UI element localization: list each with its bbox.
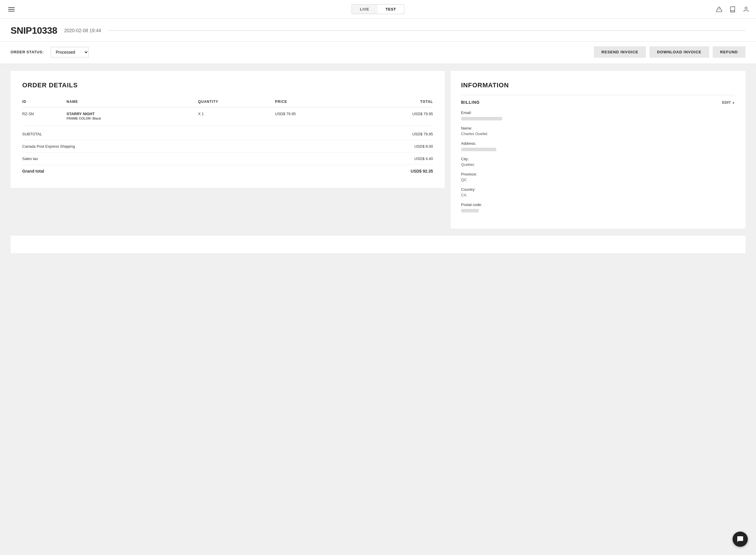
book-icon[interactable] bbox=[728, 5, 737, 13]
city-value: Quebec bbox=[461, 162, 735, 167]
grand-total-label: Grand total bbox=[22, 169, 44, 173]
name-field: Name: Charles Ouellet bbox=[461, 126, 735, 136]
province-label: Province: bbox=[461, 172, 735, 176]
menu-button[interactable] bbox=[6, 5, 17, 14]
table-row: RZ-SN STARRY NIGHT FRAME COLOR: Black X … bbox=[22, 108, 433, 126]
grand-total-row: Grand total USD$ 92.35 bbox=[22, 165, 433, 177]
order-status-label: ORDER STATUS: bbox=[10, 50, 44, 54]
action-buttons: RESEND INVOICE DOWNLOAD INVOICE REFUND bbox=[594, 46, 746, 58]
order-details-panel: ORDER DETAILS ID NAME QUANTITY PRICE TOT… bbox=[10, 71, 445, 188]
svg-point-2 bbox=[745, 7, 747, 9]
item-name-cell: STARRY NIGHT FRAME COLOR: Black bbox=[66, 108, 198, 126]
page-title-bar: SNIP10338 2020-02-08 19:44 bbox=[0, 19, 756, 42]
city-field: City: Quebec bbox=[461, 157, 735, 167]
subtotal-value: USD$ 79.95 bbox=[412, 132, 433, 136]
order-details-title: ORDER DETAILS bbox=[22, 81, 433, 89]
country-field: Country: CA bbox=[461, 187, 735, 197]
information-panel: INFORMATION BILLING EDIT ▲ Email: Name: … bbox=[451, 71, 746, 228]
col-price: PRICE bbox=[275, 97, 354, 108]
order-status-select[interactable]: Processed Pending Cancelled Refunded bbox=[51, 47, 89, 57]
item-id: RZ-SN bbox=[22, 108, 66, 126]
bottom-panel bbox=[10, 236, 746, 253]
tab-test[interactable]: TEST bbox=[377, 5, 404, 14]
item-attr-value: Black bbox=[93, 117, 101, 120]
address-field: Address: bbox=[461, 141, 735, 152]
email-field: Email: bbox=[461, 111, 735, 121]
postal-code-field: Postal code: bbox=[461, 203, 735, 213]
tax-label: Sales tax bbox=[22, 157, 38, 161]
item-attr-label: FRAME COLOR: bbox=[66, 117, 92, 120]
order-table: ID NAME QUANTITY PRICE TOTAL RZ-SN STARR… bbox=[22, 97, 433, 126]
resend-invoice-button[interactable]: RESEND INVOICE bbox=[594, 46, 646, 58]
title-divider bbox=[108, 31, 746, 31]
tax-value: USD$ 4.40 bbox=[414, 157, 433, 161]
country-value: CA bbox=[461, 193, 735, 197]
email-redacted bbox=[461, 117, 502, 120]
grand-total-value: USD$ 92.35 bbox=[411, 169, 433, 173]
information-title: INFORMATION bbox=[461, 81, 735, 89]
item-attribute: FRAME COLOR: Black bbox=[66, 117, 198, 120]
refund-button[interactable]: REFUND bbox=[713, 46, 746, 58]
country-label: Country: bbox=[461, 187, 735, 191]
billing-label: BILLING bbox=[461, 100, 480, 104]
item-quantity: X 1 bbox=[198, 108, 275, 126]
col-id: ID bbox=[22, 97, 66, 108]
tax-row: Sales tax USD$ 4.40 bbox=[22, 153, 433, 165]
shipping-row: Canada Post Express Shipping USD$ 8.00 bbox=[22, 140, 433, 153]
totals-section: SUBTOTAL USD$ 79.95 Canada Post Express … bbox=[22, 128, 433, 177]
province-field: Province: QC bbox=[461, 172, 735, 182]
user-icon[interactable] bbox=[742, 5, 750, 13]
province-value: QC bbox=[461, 178, 735, 182]
col-quantity: QUANTITY bbox=[198, 97, 275, 108]
alert-icon[interactable] bbox=[715, 5, 723, 13]
edit-billing-button[interactable]: EDIT ▲ bbox=[722, 100, 735, 104]
subtotal-row: SUBTOTAL USD$ 79.95 bbox=[22, 128, 433, 140]
item-product-name: STARRY NIGHT bbox=[66, 112, 198, 116]
item-price: USD$ 79.95 bbox=[275, 108, 354, 126]
billing-header: BILLING EDIT ▲ bbox=[461, 100, 735, 104]
postal-code-label: Postal code: bbox=[461, 203, 735, 207]
second-row bbox=[0, 236, 756, 260]
shipping-label: Canada Post Express Shipping bbox=[22, 144, 75, 148]
address-label: Address: bbox=[461, 141, 735, 145]
col-total: TOTAL bbox=[354, 97, 433, 108]
name-label: Name: bbox=[461, 126, 735, 130]
edit-label: EDIT bbox=[722, 100, 731, 104]
header: LIVE TEST bbox=[0, 0, 756, 19]
tab-live[interactable]: LIVE bbox=[352, 5, 377, 14]
chevron-up-icon: ▲ bbox=[732, 101, 735, 104]
address-redacted bbox=[461, 148, 496, 151]
order-date: 2020-02-08 19:44 bbox=[64, 28, 101, 33]
download-invoice-button[interactable]: DOWNLOAD INVOICE bbox=[650, 46, 709, 58]
item-total: USD$ 79.95 bbox=[354, 108, 433, 126]
header-icons bbox=[715, 5, 750, 13]
shipping-value: USD$ 8.00 bbox=[414, 144, 433, 148]
city-label: City: bbox=[461, 157, 735, 161]
order-id: SNIP10338 bbox=[10, 25, 57, 36]
col-name: NAME bbox=[66, 97, 198, 108]
main-content: ORDER DETAILS ID NAME QUANTITY PRICE TOT… bbox=[0, 64, 756, 236]
action-bar: ORDER STATUS: Processed Pending Cancelle… bbox=[0, 42, 756, 64]
email-label: Email: bbox=[461, 111, 735, 115]
name-value: Charles Ouellet bbox=[461, 132, 735, 136]
env-tab-group: LIVE TEST bbox=[351, 4, 404, 14]
postal-code-redacted bbox=[461, 209, 479, 212]
subtotal-label: SUBTOTAL bbox=[22, 132, 42, 136]
